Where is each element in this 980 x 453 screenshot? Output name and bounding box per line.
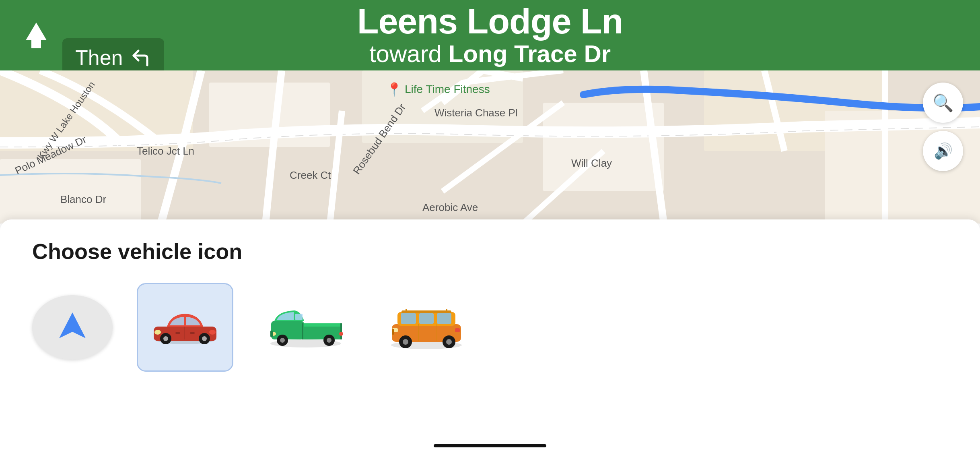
vehicle-options <box>32 283 948 372</box>
svg-point-50 <box>446 339 452 345</box>
svg-rect-43 <box>419 313 434 324</box>
map-label-blanco: Blanco Dr <box>60 193 106 206</box>
svg-rect-25 <box>271 321 304 339</box>
svg-point-48 <box>403 339 408 345</box>
svg-rect-35 <box>270 331 273 337</box>
svg-point-14 <box>209 330 216 335</box>
up-arrow-direction <box>24 21 48 50</box>
search-icon: 🔍 <box>933 93 953 113</box>
map-label-wisteria: Wisteria Chase Pl <box>434 107 518 119</box>
map-label-aerobic: Aerobic Ave <box>422 201 478 214</box>
volume-button[interactable]: 🔊 <box>923 131 963 171</box>
map-area[interactable]: Polo Meadow Dr Kwy W Lake Houston Telico… <box>0 70 980 223</box>
street-name-block: Leens Lodge Ln toward Long Trace Dr <box>357 3 623 68</box>
svg-rect-46 <box>455 328 460 332</box>
home-indicator <box>434 444 546 447</box>
svg-point-16 <box>163 336 168 341</box>
map-controls: 🔍 🔊 <box>923 83 963 171</box>
svg-point-18 <box>202 336 207 341</box>
straight-arrow-icon <box>24 21 48 50</box>
map-label-telico: Telico Jct Ln <box>137 145 194 157</box>
search-button[interactable]: 🔍 <box>923 83 963 123</box>
navigation-header: Then Leens Lodge Ln toward Long Trace Dr <box>0 0 980 70</box>
svg-rect-40 <box>406 309 407 313</box>
volume-icon: 🔊 <box>934 142 953 160</box>
yellow-suv-icon <box>386 301 467 354</box>
vehicle-option-green-truck[interactable] <box>257 283 354 372</box>
svg-rect-44 <box>437 313 451 324</box>
svg-point-13 <box>154 330 161 335</box>
svg-rect-27 <box>302 323 303 339</box>
svg-rect-42 <box>401 313 416 324</box>
map-label-creek: Creek Ct <box>290 169 331 182</box>
svg-rect-24 <box>302 323 342 327</box>
poi-pin-icon: 📍 <box>386 82 402 97</box>
red-car-icon <box>149 301 221 354</box>
navigation-arrow-icon <box>54 309 91 345</box>
vehicle-option-red-car[interactable] <box>137 283 233 372</box>
svg-rect-28 <box>340 323 342 339</box>
svg-point-32 <box>280 338 285 343</box>
svg-rect-39 <box>401 310 451 313</box>
poi-label-text: Life Time Fitness <box>405 83 490 96</box>
map-label-will-clay: Will Clay <box>571 157 612 170</box>
svg-point-30 <box>339 332 343 336</box>
bottom-sheet: Choose vehicle icon <box>0 219 980 453</box>
vehicle-option-arrow[interactable] <box>32 295 113 360</box>
vehicle-option-yellow-suv[interactable] <box>378 283 475 372</box>
svg-rect-41 <box>446 309 447 313</box>
then-label: Then <box>75 46 123 70</box>
svg-rect-26 <box>295 314 303 320</box>
toward-prefix: toward <box>369 40 442 67</box>
svg-marker-10 <box>59 312 86 338</box>
turn-left-icon <box>130 47 151 68</box>
choose-vehicle-title: Choose vehicle icon <box>32 239 948 264</box>
current-street-name: Leens Lodge Ln <box>357 3 623 40</box>
svg-marker-0 <box>26 23 47 48</box>
svg-rect-53 <box>392 329 394 335</box>
green-truck-icon <box>266 301 346 354</box>
toward-street-name: Long Trace Dr <box>449 40 611 67</box>
svg-rect-1 <box>33 42 39 43</box>
svg-rect-7 <box>543 103 664 191</box>
svg-rect-20 <box>175 332 180 334</box>
poi-lifetime-fitness: 📍 Life Time Fitness <box>386 82 490 97</box>
svg-rect-21 <box>190 332 195 334</box>
svg-point-34 <box>327 338 331 343</box>
toward-label: toward Long Trace Dr <box>357 40 623 68</box>
